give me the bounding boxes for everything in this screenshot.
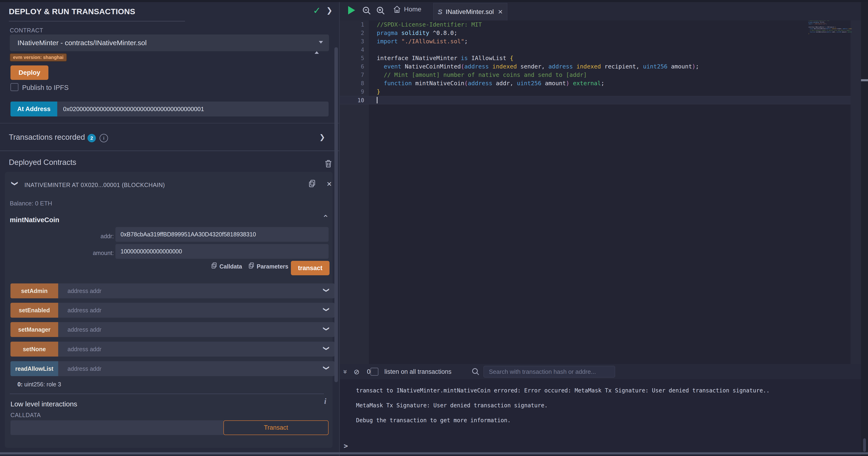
clear-contracts-trash-icon[interactable] <box>324 159 332 168</box>
deploy-button[interactable]: Deploy <box>10 65 49 80</box>
function-row-setadmin: setAdmin ❯ <box>10 283 335 298</box>
deploy-run-panel: DEPLOY & RUN TRANSACTIONS ✓ ❯ CONTRACT I… <box>0 0 339 456</box>
terminal-message: Debug the transaction to get more inform… <box>356 417 861 424</box>
expand-terminal-icon[interactable]: » <box>342 370 349 374</box>
terminal: » ⊘ 0 listen on all transactions transac… <box>340 364 861 456</box>
parameters-action-label[interactable]: Parameters <box>257 263 288 270</box>
expand-args-icon[interactable]: ❯ <box>323 288 330 293</box>
copy-parameters-icon[interactable] <box>248 262 254 270</box>
low-level-info-icon[interactable]: i <box>324 397 326 406</box>
function-collapse-icon[interactable]: ⌃ <box>322 213 329 223</box>
at-address-input[interactable]: 0x02000000000000000000000000000000000000… <box>57 102 329 116</box>
bottom-scrollbar[interactable] <box>0 452 868 454</box>
solidity-file-icon: S <box>438 8 442 16</box>
terminal-header: » ⊘ 0 listen on all transactions <box>340 364 861 380</box>
transactions-expand-icon[interactable]: ❯ <box>319 134 325 141</box>
listen-transactions-checkbox[interactable] <box>370 368 378 376</box>
expand-args-icon[interactable]: ❯ <box>323 326 330 332</box>
title-underline <box>9 21 185 22</box>
run-script-play-icon[interactable] <box>348 6 355 15</box>
contract-select-value: INativeMinter - contracts/INativeMinter.… <box>18 39 147 47</box>
param-amount-input[interactable] <box>116 244 329 259</box>
low-level-transact-button[interactable]: Transact <box>223 420 329 435</box>
publish-ipfs-checkbox[interactable] <box>10 83 19 91</box>
param-addr-input[interactable] <box>116 227 329 242</box>
setmanager-button[interactable]: setManager <box>10 322 58 337</box>
clear-console-icon[interactable]: ⊘ <box>354 368 360 376</box>
param-amount-label: amount: <box>79 250 114 256</box>
terminal-scrollbar-thumb[interactable] <box>863 438 866 452</box>
code-lines[interactable]: 1//SPDX-License-Identifier: MIT2pragma s… <box>340 21 850 104</box>
tab-inativeminter[interactable]: S INativeMinter.sol ✕ <box>433 3 507 21</box>
editor-minimap[interactable]: //SPDX-License-Identifier: MITpragma sol… <box>807 20 852 36</box>
zoom-in-icon[interactable] <box>376 6 385 16</box>
evm-version-badge: evm version: shanghai <box>10 53 67 61</box>
expand-args-icon[interactable]: ❯ <box>323 307 330 312</box>
section-divider <box>0 123 339 123</box>
copy-address-icon[interactable] <box>308 179 316 188</box>
transactions-recorded-label: Transactions recorded <box>9 133 85 142</box>
setnone-input[interactable] <box>58 342 335 357</box>
terminal-message: transact to INativeMinter.mintNativeCoin… <box>356 387 861 394</box>
contract-balance: Balance: 0 ETH <box>10 200 52 207</box>
readallowlist-button[interactable]: readAllowList <box>10 361 58 376</box>
info-icon[interactable]: i <box>100 134 108 142</box>
deployed-contracts-title: Deployed Contracts <box>9 158 76 167</box>
copy-calldata-icon[interactable] <box>211 262 217 270</box>
publish-ipfs-label: Publish to IPFS <box>22 84 69 91</box>
contract-collapse-icon[interactable]: ❯ <box>12 181 18 186</box>
tab-active-label: INativeMinter.sol <box>446 8 498 16</box>
home-icon <box>393 5 401 13</box>
expand-args-icon[interactable]: ❯ <box>323 365 330 371</box>
setadmin-input[interactable] <box>58 283 335 298</box>
terminal-prompt[interactable]: > <box>344 442 348 450</box>
at-address-button[interactable]: At Address <box>10 102 57 116</box>
code-editor: 1//SPDX-License-Identifier: MIT2pragma s… <box>340 0 861 364</box>
low-level-calldata-input[interactable] <box>10 420 224 435</box>
panel-title: DEPLOY & RUN TRANSACTIONS <box>9 7 135 16</box>
setnone-button[interactable]: setNone <box>10 342 58 357</box>
readallowlist-input[interactable] <box>58 361 335 376</box>
function-row-setnone: setNone ❯ <box>10 342 335 357</box>
zoom-out-icon[interactable] <box>362 6 371 16</box>
function-row-setmanager: setManager ❯ <box>10 322 335 337</box>
tab-close-icon[interactable]: ✕ <box>498 8 503 16</box>
expand-args-icon[interactable]: ❯ <box>323 346 330 351</box>
terminal-search-input[interactable] <box>484 366 615 377</box>
card-divider <box>10 394 324 394</box>
panel-collapse-icon[interactable]: ❯ <box>326 6 333 14</box>
terminal-body[interactable]: transact to INativeMinter.mintNativeCoin… <box>340 380 861 456</box>
setenabled-input[interactable] <box>58 303 335 318</box>
param-addr-label: addr: <box>79 233 114 240</box>
tab-home[interactable]: Home <box>393 5 422 13</box>
contract-label: CONTRACT <box>10 27 43 34</box>
calldata-label: CALLDATA <box>10 412 41 419</box>
transact-button[interactable]: transact <box>291 261 330 275</box>
editor-scroll-track[interactable] <box>850 0 861 364</box>
function-row-setenabled: setEnabled ❯ <box>10 303 335 318</box>
expanded-function-name: mintNativeCoin <box>10 216 59 224</box>
select-arrows-icon <box>315 39 323 56</box>
contract-instance-header[interactable]: INATIVEMINTER AT 0X020...00001 (BLOCKCHA… <box>25 182 165 189</box>
section-divider <box>0 150 339 151</box>
call-result-value: uint256: role 3 <box>23 381 61 388</box>
calldata-action-label[interactable]: Calldata <box>219 263 242 270</box>
deployed-contract-card: ❯ INATIVEMINTER AT 0X020...00001 (BLOCKC… <box>5 172 333 448</box>
tab-home-label: Home <box>404 6 422 13</box>
pending-tx-count: 0 <box>367 368 370 375</box>
transactions-count-badge: 2 <box>88 134 96 142</box>
contract-select[interactable]: INativeMinter - contracts/INativeMinter.… <box>10 34 329 51</box>
compile-success-check-icon: ✓ <box>313 5 321 16</box>
panel-scrollbar-thumb[interactable] <box>334 47 338 382</box>
remove-contract-icon[interactable]: ✕ <box>327 180 332 188</box>
at-address-row: At Address 0x020000000000000000000000000… <box>10 102 329 116</box>
setmanager-input[interactable] <box>58 322 335 337</box>
call-result: 0: uint256: role 3 <box>18 381 61 388</box>
function-row-readallowlist: readAllowList ❯ <box>10 361 335 376</box>
setenabled-button[interactable]: setEnabled <box>10 303 58 318</box>
setadmin-button[interactable]: setAdmin <box>10 283 58 298</box>
call-result-index: 0: <box>18 381 23 388</box>
right-rail <box>861 0 868 456</box>
rail-resize-handle[interactable] <box>861 79 868 81</box>
search-icon <box>471 368 480 376</box>
